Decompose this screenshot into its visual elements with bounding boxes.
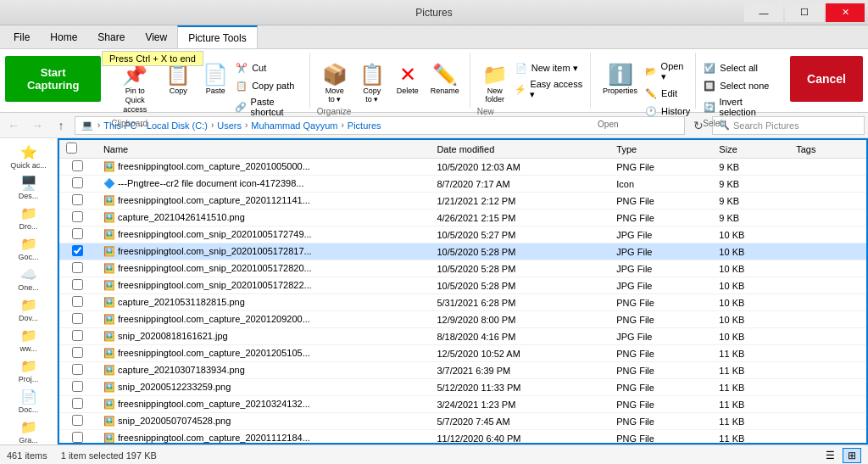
large-icon-view-button[interactable]: ⊞ bbox=[843, 448, 861, 463]
row-checkbox-cell[interactable] bbox=[59, 413, 97, 430]
table-row[interactable]: 🖼️ snip_20200507074528.png 5/7/2020 7:45… bbox=[59, 413, 866, 430]
rename-button[interactable]: ✏️ Rename bbox=[426, 59, 465, 98]
row-checkbox-cell[interactable] bbox=[59, 311, 97, 328]
row-checkbox[interactable] bbox=[72, 415, 83, 426]
row-checkbox[interactable] bbox=[72, 296, 83, 307]
row-checkbox-cell[interactable] bbox=[59, 210, 97, 226]
table-row[interactable]: 🖼️ capture_20210426141510.png 4/26/2021 … bbox=[59, 210, 866, 226]
row-checkbox[interactable] bbox=[72, 364, 83, 375]
row-checkbox-cell[interactable] bbox=[59, 379, 97, 396]
row-checkbox-cell[interactable] bbox=[59, 176, 97, 193]
row-checkbox[interactable] bbox=[72, 313, 83, 324]
row-checkbox-cell[interactable] bbox=[59, 260, 97, 277]
table-row[interactable]: 🖼️ freesnippingtool.com_capture_20201121… bbox=[59, 193, 866, 210]
row-checkbox-cell[interactable] bbox=[59, 159, 97, 176]
row-checkbox-cell[interactable] bbox=[59, 328, 97, 345]
easy-access-button[interactable]: ⚡ Easy access ▾ bbox=[515, 77, 585, 102]
delete-button[interactable]: ✕ Delete bbox=[392, 59, 424, 98]
table-row[interactable]: 🖼️ freesnippingtool.com_snip_20201005172… bbox=[59, 260, 866, 277]
row-checkbox[interactable] bbox=[72, 228, 83, 239]
col-header-name[interactable]: Name bbox=[97, 140, 431, 159]
table-row[interactable]: 🖼️ snip_20200818161621.jpg 8/18/2020 4:1… bbox=[59, 328, 866, 345]
sidebar-item-doc1[interactable]: 📄 Doc... bbox=[0, 386, 57, 416]
sidebar-item-dropbox[interactable]: 📁 Dro... bbox=[0, 203, 57, 233]
sidebar-item-google[interactable]: 📁 Goc... bbox=[0, 233, 57, 264]
table-row[interactable]: 🖼️ freesnippingtool.com_snip_20201005172… bbox=[59, 277, 866, 294]
sidebar-item-quick-access[interactable]: ⭐ Quick ac... bbox=[0, 142, 57, 172]
close-button[interactable]: ✕ bbox=[826, 3, 865, 22]
select-all-checkbox[interactable] bbox=[66, 143, 77, 154]
row-checkbox[interactable] bbox=[72, 432, 83, 443]
col-header-type[interactable]: Type bbox=[609, 140, 712, 159]
tab-file[interactable]: File bbox=[3, 25, 40, 48]
sidebar-item-gra[interactable]: 📁 Gra... bbox=[0, 416, 57, 444]
row-checkbox-cell[interactable] bbox=[59, 193, 97, 210]
col-header-date[interactable]: Date modified bbox=[430, 140, 609, 159]
cut-button[interactable]: ✂️ Cut bbox=[235, 59, 304, 76]
properties-button[interactable]: ℹ️ Properties bbox=[598, 59, 643, 98]
row-checkbox-cell[interactable] bbox=[59, 430, 97, 445]
back-button[interactable]: ← bbox=[3, 115, 24, 136]
select-none-button[interactable]: 🔲 Select none bbox=[703, 77, 778, 94]
history-button[interactable]: 🕐 History bbox=[644, 103, 690, 120]
sidebar-item-ww[interactable]: 📁 ww... bbox=[0, 325, 57, 355]
pin-to-quick-access-button[interactable]: 📌 Pin to Quickaccess bbox=[111, 59, 159, 117]
row-checkbox-cell[interactable] bbox=[59, 362, 97, 379]
copy-path-button[interactable]: 📋 Copy path bbox=[235, 77, 304, 94]
table-row[interactable]: 🖼️ freesnippingtool.com_capture_20201205… bbox=[59, 345, 866, 362]
row-checkbox-cell[interactable] bbox=[59, 345, 97, 362]
table-row[interactable]: 🔷 ---Pngtree--cr2 file document icon-417… bbox=[59, 176, 866, 193]
row-checkbox[interactable] bbox=[72, 381, 83, 392]
table-row[interactable]: 🖼️ snip_20200512233259.png 5/12/2020 11:… bbox=[59, 379, 866, 396]
open-button[interactable]: 📂 Open ▾ bbox=[644, 59, 690, 84]
details-view-button[interactable]: ☰ bbox=[821, 448, 839, 463]
maximize-button[interactable]: ☐ bbox=[785, 3, 824, 22]
row-checkbox-cell[interactable] bbox=[59, 277, 97, 294]
forward-button[interactable]: → bbox=[27, 115, 47, 136]
sidebar-item-onedrive[interactable]: ☁️ One... bbox=[0, 264, 57, 294]
row-checkbox[interactable] bbox=[72, 279, 83, 290]
copy-to-button[interactable]: 📋 Copyto ▾ bbox=[354, 59, 390, 107]
new-item-button[interactable]: 📄 New item ▾ bbox=[515, 59, 585, 76]
table-row[interactable]: 🖼️ freesnippingtool.com_capture_20201112… bbox=[59, 430, 866, 445]
cancel-button[interactable]: Cancel bbox=[790, 56, 863, 102]
row-checkbox[interactable] bbox=[72, 160, 83, 171]
table-row[interactable]: 🖼️ freesnippingtool.com_snip_20201005172… bbox=[59, 226, 866, 243]
row-checkbox[interactable] bbox=[72, 177, 83, 188]
row-checkbox[interactable] bbox=[72, 245, 83, 256]
row-checkbox[interactable] bbox=[72, 194, 83, 205]
invert-selection-button[interactable]: 🔄 Invert selection bbox=[703, 95, 778, 119]
tab-view[interactable]: View bbox=[135, 25, 177, 48]
sidebar-item-proj[interactable]: 📁 Proj... bbox=[0, 355, 57, 386]
tab-picture-tools[interactable]: Picture Tools bbox=[177, 25, 257, 48]
table-row[interactable]: 🖼️ freesnippingtool.com_capture_20210324… bbox=[59, 396, 866, 413]
new-folder-button[interactable]: 📁 Newfolder bbox=[477, 59, 513, 107]
checkbox-header[interactable] bbox=[59, 140, 97, 159]
up-button[interactable]: ↑ bbox=[51, 115, 71, 136]
col-header-tags[interactable]: Tags bbox=[789, 140, 866, 159]
row-checkbox[interactable] bbox=[72, 347, 83, 358]
breadcrumb-pictures[interactable]: Pictures bbox=[348, 120, 381, 131]
table-row[interactable]: 🖼️ freesnippingtool.com_snip_20201005172… bbox=[59, 243, 866, 260]
tab-home[interactable]: Home bbox=[40, 25, 87, 48]
row-checkbox-cell[interactable] bbox=[59, 396, 97, 413]
table-row[interactable]: 🖼️ capture_20210531182815.png 5/31/2021 … bbox=[59, 294, 866, 311]
row-checkbox-cell[interactable] bbox=[59, 226, 97, 243]
row-checkbox[interactable] bbox=[72, 398, 83, 409]
row-checkbox[interactable] bbox=[72, 330, 83, 341]
paste-shortcut-button[interactable]: 🔗 Paste shortcut bbox=[235, 95, 304, 119]
start-capturing-button[interactable]: Start Capturing bbox=[5, 56, 101, 102]
select-all-button[interactable]: ☑️ Select all bbox=[703, 59, 778, 76]
sidebar-item-downloads[interactable]: 📁 Dov... bbox=[0, 294, 57, 325]
table-row[interactable]: 🖼️ capture_20210307183934.png 3/7/2021 6… bbox=[59, 362, 866, 379]
tab-share[interactable]: Share bbox=[87, 25, 135, 48]
row-checkbox[interactable] bbox=[72, 262, 83, 273]
table-row[interactable]: 🖼️ freesnippingtool.com_capture_20201005… bbox=[59, 159, 866, 176]
move-to-button[interactable]: 📦 Moveto ▾ bbox=[317, 59, 353, 107]
row-checkbox-cell[interactable] bbox=[59, 243, 97, 260]
row-checkbox[interactable] bbox=[72, 211, 83, 222]
col-header-size[interactable]: Size bbox=[712, 140, 789, 159]
table-row[interactable]: 🖼️ freesnippingtool.com_capture_20201209… bbox=[59, 311, 866, 328]
sidebar-item-desktop[interactable]: 🖥️ Des... bbox=[0, 172, 57, 203]
row-checkbox-cell[interactable] bbox=[59, 294, 97, 311]
